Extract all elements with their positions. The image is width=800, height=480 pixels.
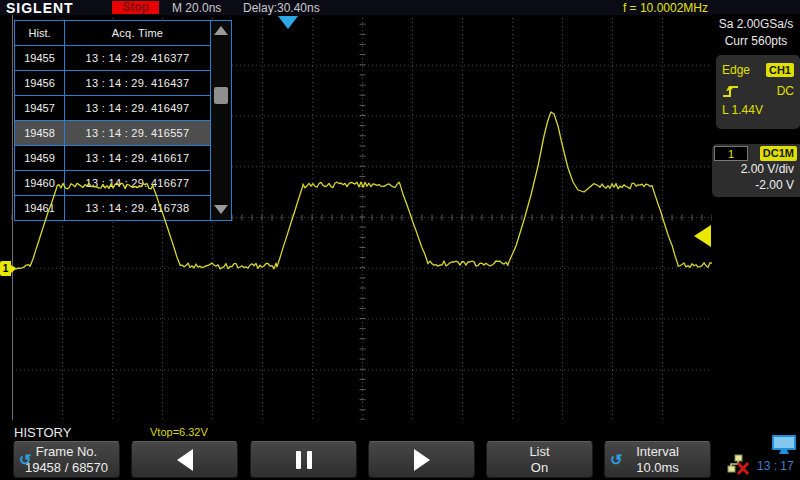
trigger-info-panel[interactable]: Edge CH1 DC L 1.44V [716,55,800,129]
vtop-measurement: Vtop=6.32V [150,426,208,438]
pause-playback-button[interactable] [250,441,357,478]
interval-button-label: Interval [636,444,679,460]
history-list-table: Hist. Acq. Time 19455 13 : 14 : 29. 4163… [14,20,232,221]
cycle-icon: ↺ [610,452,623,468]
time-cell: 13 : 14 : 29. 416497 [65,96,211,120]
table-row[interactable]: 19457 13 : 14 : 29. 416497 [15,95,231,120]
trigger-level-label: L 1.44V [722,103,794,117]
next-frame-button[interactable] [368,441,475,478]
frequency-counter: f = 10.0002MHz [623,1,708,15]
sample-rate-label: Sa 2.00GSa/s [712,17,800,31]
table-row[interactable]: 19459 13 : 14 : 29. 416617 [15,145,231,170]
usb-host-monitor-icon [770,434,798,456]
top-status-bar: SIGLENT Stop M 20.0ns Delay:30.40ns f = … [0,0,800,15]
table-header-row: Hist. Acq. Time [15,21,231,45]
next-frame-icon [414,449,430,471]
time-cell: 13 : 14 : 29. 416437 [65,71,211,95]
scroll-down-icon[interactable] [213,203,229,217]
channel1-info-panel[interactable]: 1 DC1M 2.00 V/div -2.00 V [712,144,800,197]
previous-frame-button[interactable] [131,441,238,478]
frame-button-value: 19458 / 68570 [25,460,108,476]
trigger-source-badge: CH1 [766,63,794,77]
rising-edge-icon [722,83,740,99]
network-disconnected-icon [727,454,751,476]
memory-points-label: Curr 560pts [712,34,800,48]
time-cell: 13 : 14 : 29. 416377 [65,46,211,70]
interval-button-value: 10.0ms [636,460,679,476]
hist-cell: 19460 [15,171,65,195]
column-header-acq-time: Acq. Time [65,21,211,45]
pause-icon [296,451,312,469]
hist-cell: 19456 [15,71,65,95]
time-cell: 13 : 14 : 29. 416677 [65,171,211,195]
trigger-level-marker-icon[interactable] [694,225,711,247]
channel-offset-label: -2.00 V [712,177,800,193]
channel-number-box: 1 [714,146,748,161]
table-row-selected[interactable]: 19458 13 : 14 : 29. 416557 [15,120,231,145]
hist-cell: 19457 [15,96,65,120]
time-cell: 13 : 14 : 29. 416557 [65,121,211,145]
cycle-icon: ↺ [19,452,32,468]
channel1-ground-marker[interactable]: 1 [0,261,11,276]
status-icon-area: 13 : 17 [713,420,800,480]
time-cell: 13 : 14 : 29. 416738 [65,196,211,220]
frame-number-button[interactable]: ↺ Frame No. 19458 / 68570 [13,441,120,478]
run-stop-status-badge[interactable]: Stop [112,1,159,14]
table-row[interactable]: 19460 13 : 14 : 29. 416677 [15,170,231,195]
scroll-up-icon[interactable] [213,24,229,38]
interval-button[interactable]: ↺ Interval 10.0ms [604,441,711,478]
frame-button-label: Frame No. [36,444,97,460]
trigger-delay-setting: Delay:30.40ns [243,1,320,15]
hist-cell: 19459 [15,146,65,170]
table-row[interactable]: 19455 13 : 14 : 29. 416377 [15,45,231,70]
siglent-logo: SIGLENT [6,0,74,16]
table-row[interactable]: 19456 13 : 14 : 29. 416437 [15,70,231,95]
table-scrollbar[interactable] [211,21,231,220]
channel-scale-label: 2.00 V/div [712,161,800,177]
column-header-hist: Hist. [15,21,65,45]
hist-cell: 19461 [15,196,65,220]
hist-cell: 19458 [15,121,65,145]
channel-coupling-badge: DC1M [760,146,797,161]
mode-title: HISTORY [14,425,71,440]
list-button-state: On [531,460,548,476]
previous-frame-icon [177,449,193,471]
bottom-menu-bar: HISTORY Vtop=6.32V ↺ Frame No. 19458 / 6… [0,420,800,480]
table-row[interactable]: 19461 13 : 14 : 29. 416738 [15,195,231,220]
trigger-position-marker-icon[interactable] [278,16,298,29]
scrollbar-thumb[interactable] [214,87,228,104]
right-info-sidebar: Sa 2.00GSa/s Curr 560pts Edge CH1 DC L 1… [712,14,800,426]
trigger-coupling-label: DC [777,84,794,98]
list-button-label: List [529,444,549,460]
timebase-setting: M 20.0ns [172,1,221,15]
time-cell: 13 : 14 : 29. 416617 [65,146,211,170]
hist-cell: 19455 [15,46,65,70]
list-toggle-button[interactable]: List On [486,441,593,478]
clock-label: 13 : 17 [757,459,794,473]
oscilloscope-screen: SIGLENT Stop M 20.0ns Delay:30.40ns f = … [0,0,800,480]
trigger-type-label: Edge [722,63,750,77]
